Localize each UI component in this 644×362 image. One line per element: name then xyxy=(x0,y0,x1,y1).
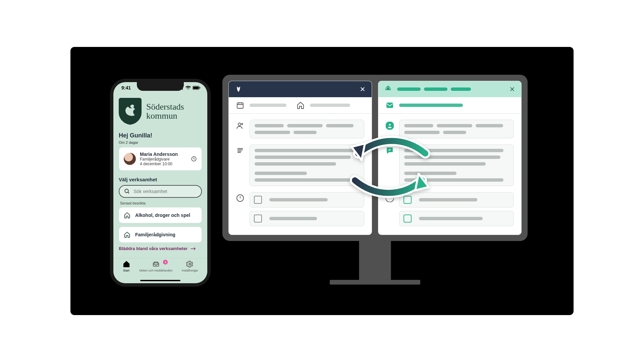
status-time: 9:41 xyxy=(121,85,131,90)
user-icon xyxy=(236,122,244,130)
section-user xyxy=(236,120,364,138)
placeholder-line xyxy=(255,124,284,127)
app-logo-icon xyxy=(235,85,242,93)
svg-rect-7 xyxy=(237,103,243,108)
placeholder-line xyxy=(255,156,351,159)
browse-link[interactable]: Bläddra bland våra verksamheter xyxy=(119,246,202,251)
svg-point-4 xyxy=(125,189,128,193)
shield-icon xyxy=(119,98,142,125)
mail-icon xyxy=(386,101,394,109)
tab-label: Inställningar xyxy=(182,269,198,272)
svg-rect-1 xyxy=(193,87,199,89)
choose-service-label: Välj verksamhet xyxy=(119,177,202,182)
svg-point-6 xyxy=(189,263,191,265)
phone-screen: 9:41 Söde xyxy=(113,82,207,283)
checkbox-icon[interactable] xyxy=(404,215,412,223)
placeholder-line xyxy=(293,131,317,134)
placeholder-line xyxy=(451,87,471,91)
placeholder-line xyxy=(326,124,353,127)
svg-rect-2 xyxy=(200,87,200,88)
placeholder-line xyxy=(255,172,307,175)
wifi-icon xyxy=(185,86,191,90)
placeholder-line xyxy=(255,162,336,166)
tab-meetings[interactable]: 2 Möten och meddelanden xyxy=(139,260,172,272)
notes-block xyxy=(399,144,514,186)
tab-settings[interactable]: Inställningar xyxy=(182,260,198,272)
user-icon xyxy=(386,122,394,130)
appointment-countdown: Om 2 dagar xyxy=(119,140,202,144)
placeholder-line xyxy=(250,104,286,107)
monitor-foot xyxy=(330,280,420,285)
tab-label: Start xyxy=(123,269,129,272)
close-icon[interactable] xyxy=(360,86,366,92)
task-item[interactable] xyxy=(399,192,514,207)
home-indicator xyxy=(140,280,180,281)
search-input[interactable] xyxy=(133,188,197,194)
app-window-left xyxy=(228,81,372,235)
task-item[interactable] xyxy=(250,192,364,207)
check-circle-icon xyxy=(386,194,394,202)
tab-start[interactable]: Start xyxy=(123,260,130,272)
notes-block xyxy=(250,144,364,186)
app-window-right xyxy=(378,81,522,235)
greeting: Hej Gunilla! xyxy=(119,132,202,139)
service-label: Alkohol, droger och spel xyxy=(135,213,190,218)
alert-icon xyxy=(236,194,244,202)
chat-icon xyxy=(386,146,394,155)
phone-frame: 9:41 Söde xyxy=(110,79,211,287)
placeholder-line xyxy=(443,131,466,134)
info-block xyxy=(399,120,514,138)
appointment-name: Maria Andersson xyxy=(140,152,178,157)
tab-label: Möten och meddelanden xyxy=(139,269,172,272)
notification-badge: 2 xyxy=(163,260,168,264)
checkbox-icon[interactable] xyxy=(254,196,262,204)
checkbox-icon[interactable] xyxy=(254,215,262,223)
recent-label: Senast besökta xyxy=(120,201,202,205)
tab-bar: Start 2 Möten och meddelanden Inställnin… xyxy=(113,258,207,283)
placeholder-line xyxy=(424,87,447,91)
placeholder-line xyxy=(437,124,472,127)
placeholder-line xyxy=(397,87,421,91)
placeholder-line xyxy=(255,149,354,152)
placeholder-line xyxy=(404,156,500,159)
app-content: Söderstads kommun Hej Gunilla! Om 2 daga… xyxy=(113,90,207,251)
monitor-stand xyxy=(359,241,391,281)
gear-icon xyxy=(186,260,194,268)
appointment-text: Maria Andersson Familjerådgivare 4 decem… xyxy=(140,152,178,166)
placeholder-line xyxy=(404,178,503,182)
close-icon[interactable] xyxy=(509,86,515,92)
placeholder-line xyxy=(404,131,440,134)
lines-icon xyxy=(236,146,244,155)
window-body-right xyxy=(378,114,521,235)
section-chat xyxy=(386,144,514,186)
window-titlebar-left xyxy=(229,81,372,97)
section-notes xyxy=(236,144,364,186)
calendar-icon xyxy=(236,101,244,109)
checkbox-icon[interactable] xyxy=(404,196,412,204)
info-block xyxy=(250,120,364,138)
brand: Söderstads kommun xyxy=(119,98,202,125)
service-item-alcohol[interactable]: Alkohol, droger och spel xyxy=(119,207,202,223)
brand-line2: kommun xyxy=(146,111,184,120)
placeholder-line xyxy=(255,178,354,182)
placeholder-line xyxy=(404,149,503,152)
monitor-screens xyxy=(228,81,522,235)
window-titlebar-right xyxy=(378,81,521,97)
appointment-card[interactable]: Maria Andersson Familjerådgivare 4 decem… xyxy=(119,147,202,171)
svg-point-8 xyxy=(238,123,241,126)
service-item-family[interactable]: Familjerådgivning xyxy=(119,227,202,243)
search-field[interactable] xyxy=(119,185,202,198)
placeholder-line xyxy=(419,217,483,220)
appointment-datetime: 4 december 10:00 xyxy=(140,162,178,166)
task-item[interactable] xyxy=(399,211,514,226)
brand-logo xyxy=(119,98,142,125)
section-tasks xyxy=(236,192,364,226)
app-logo-icon xyxy=(384,85,392,93)
placeholder-line xyxy=(419,198,477,201)
svg-point-12 xyxy=(389,124,391,126)
monitor-frame xyxy=(222,75,528,241)
section-tasks xyxy=(386,192,514,226)
placeholder-line xyxy=(269,217,317,220)
task-item[interactable] xyxy=(250,211,364,226)
placeholder-line xyxy=(255,131,290,134)
